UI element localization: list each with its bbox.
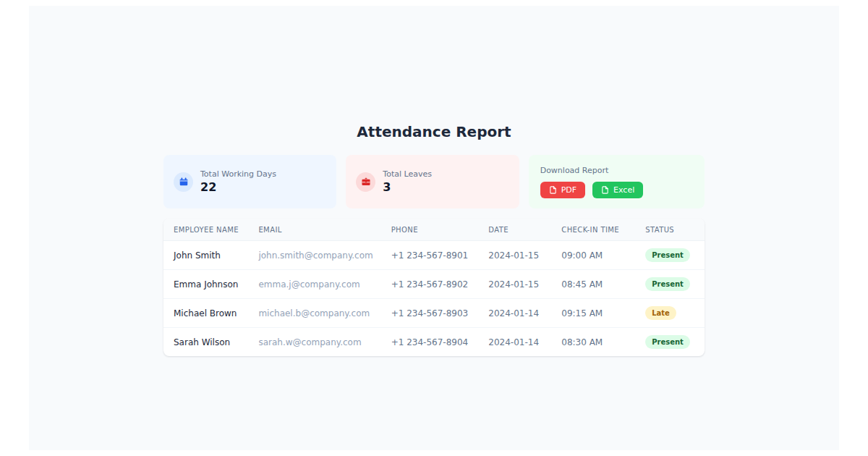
file-icon [549, 186, 557, 194]
employee-name-cell: Michael Brown [163, 299, 252, 328]
attendance-table: Employee NameEmailPhoneDateCheck-in Time… [163, 219, 705, 356]
column-header: Check-in Time [556, 219, 639, 241]
table-row: Emma Johnson emma.j@company.com +1 234-5… [163, 270, 705, 299]
phone-cell: +1 234-567-8903 [386, 299, 483, 328]
email-cell: john.smith@company.com [252, 241, 385, 270]
page-title: Attendance Report [163, 123, 705, 140]
download-report-card: Download Report PDF [529, 155, 705, 208]
status-cell: Present [639, 328, 705, 357]
email-cell: michael.b@company.com [252, 299, 385, 328]
date-cell: 2024-01-15 [482, 270, 556, 299]
check-in-cell: 09:15 AM [556, 299, 639, 328]
page-background: Attendance Report Total Working Days 22 [29, 6, 839, 450]
working-days-value: 22 [200, 180, 276, 194]
table-row: Michael Brown michael.b@company.com +1 2… [163, 299, 705, 328]
column-header: Status [639, 219, 705, 241]
employee-name-cell: Emma Johnson [163, 270, 252, 299]
table-row: John Smith john.smith@company.com +1 234… [163, 241, 705, 270]
check-in-cell: 08:45 AM [556, 270, 639, 299]
status-cell: Late [639, 299, 705, 328]
download-pdf-button[interactable]: PDF [540, 182, 585, 198]
phone-cell: +1 234-567-8904 [386, 328, 483, 357]
report-content: Attendance Report Total Working Days 22 [163, 6, 705, 356]
summary-cards: Total Working Days 22 Total Leaves 3 [163, 155, 705, 208]
column-header: Date [482, 219, 556, 241]
date-cell: 2024-01-14 [482, 299, 556, 328]
working-days-label: Total Working Days [200, 169, 276, 180]
leaves-card: Total Leaves 3 [346, 155, 519, 208]
working-days-card: Total Working Days 22 [163, 155, 336, 208]
status-badge: Present [645, 335, 690, 349]
status-badge: Late [645, 306, 676, 320]
download-report-label: Download Report [540, 166, 693, 176]
status-badge: Present [645, 277, 690, 291]
pdf-button-label: PDF [561, 186, 576, 194]
status-cell: Present [639, 241, 705, 270]
phone-cell: +1 234-567-8901 [386, 241, 483, 270]
email-cell: sarah.w@company.com [252, 328, 385, 357]
date-cell: 2024-01-15 [482, 241, 556, 270]
column-header: Email [252, 219, 385, 241]
status-cell: Present [639, 270, 705, 299]
leaves-label: Total Leaves [383, 169, 432, 180]
table-row: Sarah Wilson sarah.w@company.com +1 234-… [163, 328, 705, 357]
check-in-cell: 08:30 AM [556, 328, 639, 357]
briefcase-icon [356, 172, 375, 192]
status-badge: Present [645, 248, 690, 262]
check-in-cell: 09:00 AM [556, 241, 639, 270]
email-cell: emma.j@company.com [252, 270, 385, 299]
employee-name-cell: Sarah Wilson [163, 328, 252, 357]
date-cell: 2024-01-14 [482, 328, 556, 357]
calendar-icon [174, 172, 193, 192]
table-header-row: Employee NameEmailPhoneDateCheck-in Time… [163, 219, 705, 241]
excel-button-label: Excel [613, 186, 634, 194]
file-icon [601, 186, 609, 194]
download-excel-button[interactable]: Excel [592, 182, 643, 198]
column-header: Employee Name [163, 219, 252, 241]
leaves-value: 3 [383, 180, 432, 194]
table-body: John Smith john.smith@company.com +1 234… [163, 241, 705, 357]
employee-name-cell: John Smith [163, 241, 252, 270]
column-header: Phone [386, 219, 483, 241]
phone-cell: +1 234-567-8902 [386, 270, 483, 299]
